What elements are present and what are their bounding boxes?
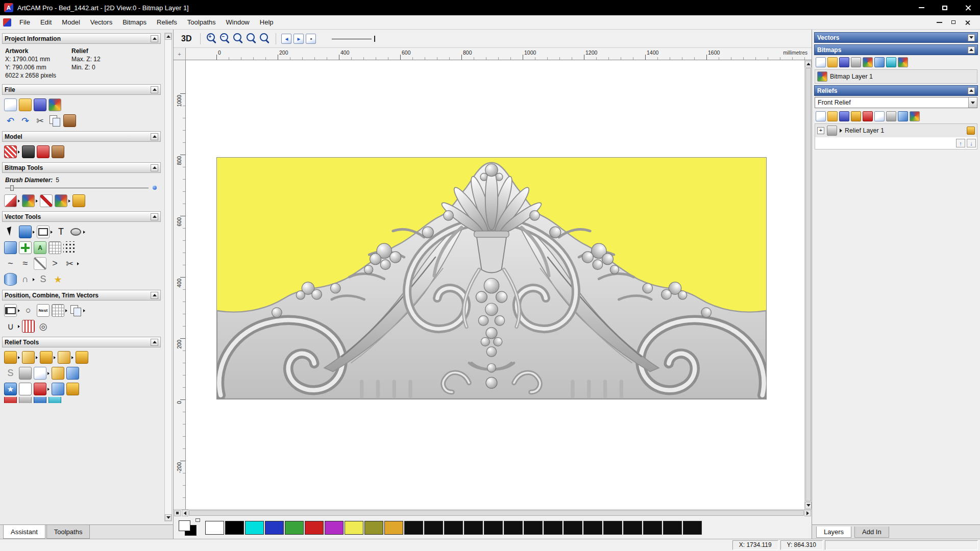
star-wizard-icon[interactable]: ★ (52, 273, 64, 286)
redraw-view-icon[interactable]: ▪ (306, 34, 316, 44)
tab-layers[interactable]: Layers (816, 527, 851, 538)
move-layer-up-button[interactable]: ↑ (956, 139, 965, 147)
group-vectors-icon[interactable] (69, 304, 85, 317)
scrollbar-thumb[interactable] (189, 510, 804, 516)
envelope-relief-icon[interactable] (19, 383, 32, 395)
offset-vectors-icon[interactable] (4, 241, 17, 254)
arc-tool-icon[interactable]: > (48, 257, 61, 270)
zoom-out-icon[interactable]: − (219, 33, 231, 44)
pipe-wizard-icon[interactable]: S (37, 273, 50, 286)
zoom-objects-icon[interactable] (259, 33, 271, 44)
swatch-dark[interactable] (683, 521, 702, 535)
delete-layer-icon[interactable] (898, 111, 908, 121)
create-rectangle-icon[interactable] (37, 226, 53, 238)
text-on-curve-icon[interactable]: A (34, 241, 46, 254)
scroll-down-button[interactable] (165, 514, 172, 521)
swatch-dark[interactable] (504, 521, 523, 535)
bitmap-layer-row[interactable]: Bitmap Layer 1 (815, 70, 977, 83)
spin-relief-icon[interactable] (58, 351, 74, 364)
scroll-down-button[interactable] (805, 502, 812, 509)
flyout-arrow-icon[interactable] (54, 356, 56, 359)
zoom-previous-icon[interactable] (232, 33, 244, 44)
tab-add-in[interactable]: Add In (854, 527, 889, 538)
copy-icon[interactable] (48, 114, 61, 127)
paint-icon[interactable] (4, 194, 20, 207)
swept-profiles-icon[interactable]: S (4, 367, 17, 380)
sculpting-icon[interactable] (37, 145, 50, 158)
sculpting-relief-icon[interactable] (40, 351, 56, 364)
align-vectors-icon[interactable] (4, 304, 20, 317)
panel-menu-icon[interactable] (968, 34, 975, 41)
tab-assistant[interactable]: Assistant (3, 525, 45, 539)
paste-icon[interactable] (63, 114, 76, 127)
new-model-icon[interactable] (4, 98, 17, 111)
new-relief-layer-icon[interactable] (816, 111, 826, 121)
swatch-gold[interactable] (384, 521, 403, 535)
swatch-olive[interactable] (364, 521, 383, 535)
expand-layer-icon[interactable] (840, 129, 842, 133)
shape-editor-icon[interactable] (4, 351, 20, 364)
relief-tool-icon[interactable] (34, 397, 46, 403)
primary-secondary-colours[interactable] (179, 518, 200, 537)
collapse-section-button[interactable] (151, 213, 158, 220)
trim-vectors-icon[interactable] (22, 320, 35, 333)
flyout-arrow-icon[interactable] (18, 325, 20, 328)
flyout-arrow-icon[interactable] (47, 372, 50, 375)
create-polyline-icon[interactable] (19, 241, 32, 254)
spiral-icon[interactable]: ◎ (37, 320, 50, 333)
relief-artwork[interactable] (217, 158, 766, 399)
colour-blend-icon[interactable] (22, 194, 38, 207)
swatch-dark[interactable] (663, 521, 682, 535)
maximize-window-button[interactable] (933, 0, 957, 15)
zoom-in-icon[interactable]: + (206, 33, 217, 44)
close-document-button[interactable] (962, 17, 974, 28)
collapse-section-button[interactable] (151, 35, 158, 42)
add-relief-layer-button[interactable]: + (817, 127, 824, 134)
scroll-up-button[interactable] (805, 61, 812, 67)
restore-document-button[interactable] (947, 17, 960, 28)
star-relief-icon[interactable]: ★ (4, 383, 17, 395)
swatch-magenta[interactable] (325, 521, 344, 535)
flyout-arrow-icon[interactable] (33, 278, 35, 281)
swatch-white[interactable] (205, 521, 224, 535)
bitmap-artwork[interactable] (216, 157, 767, 399)
relief-tool-icon[interactable] (19, 397, 32, 403)
swatch-blue[interactable] (265, 521, 284, 535)
assistant-scrollbar[interactable] (164, 33, 172, 521)
vertical-scrollbar[interactable] (804, 60, 812, 509)
new-bitmap-layer-icon[interactable] (816, 57, 826, 67)
scroll-right-button[interactable] (804, 510, 811, 516)
swatch-dark[interactable] (544, 521, 562, 535)
layer-visibility-icon[interactable] (967, 127, 975, 135)
create-ellipse-icon[interactable] (69, 226, 85, 238)
slider-thumb[interactable] (10, 185, 14, 191)
brush-diameter-slider[interactable] (5, 184, 157, 192)
previous-view-icon[interactable]: ◂ (281, 34, 291, 44)
menu-window[interactable]: Window (221, 16, 255, 28)
flyout-arrow-icon[interactable] (36, 356, 38, 359)
menu-help[interactable]: Help (255, 16, 279, 28)
swatch-dark[interactable] (564, 521, 582, 535)
circular-copy-icon[interactable]: ○ (22, 304, 35, 317)
turn-relief-icon[interactable] (76, 351, 88, 364)
isolate-relief-icon[interactable] (52, 367, 64, 380)
minimize-document-button[interactable] (933, 17, 945, 28)
picture-icon[interactable] (52, 145, 64, 158)
collapse-panel-icon[interactable] (968, 46, 975, 54)
layer-properties-icon[interactable] (910, 111, 920, 121)
point-array-icon[interactable] (63, 241, 76, 254)
collapse-section-button[interactable] (151, 164, 158, 171)
relief-select[interactable]: Front Relief (815, 97, 977, 108)
flyout-arrow-icon[interactable] (68, 199, 70, 203)
primary-colour-swatch[interactable] (179, 520, 190, 531)
fan-relief-icon[interactable] (34, 383, 50, 395)
smooth-layer-icon[interactable] (851, 111, 861, 121)
menu-file[interactable]: File (14, 16, 35, 28)
collapse-panel-icon[interactable] (968, 87, 975, 94)
relief-tool-icon[interactable] (48, 397, 61, 403)
swatch-dark[interactable] (404, 521, 423, 535)
flyout-arrow-icon[interactable] (36, 199, 38, 203)
menu-toolpaths[interactable]: Toolpaths (182, 16, 221, 28)
flyout-arrow-icon[interactable] (18, 356, 20, 359)
swatch-dark[interactable] (464, 521, 483, 535)
